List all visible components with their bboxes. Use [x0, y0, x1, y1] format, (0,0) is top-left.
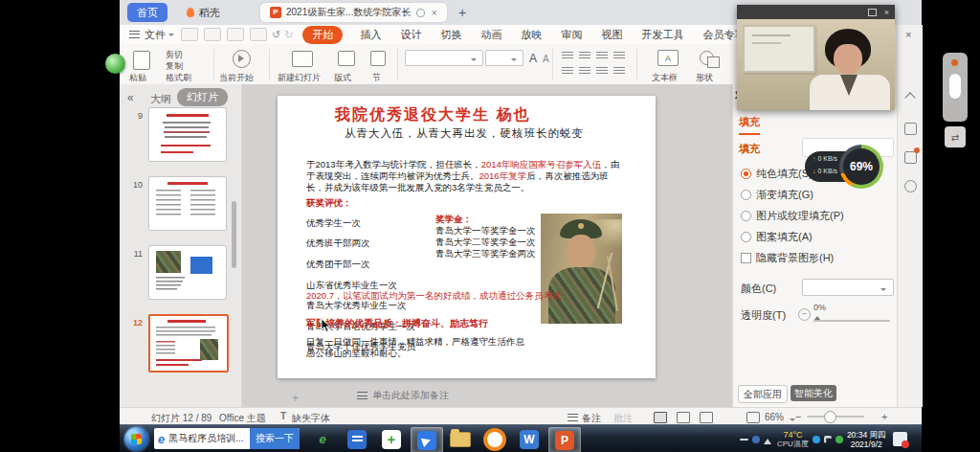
side-toolbar-handle[interactable] — [949, 74, 961, 99]
taskbar-tencent-classroom[interactable] — [411, 427, 443, 452]
properties-panel-icon[interactable] — [904, 123, 917, 135]
tray-network-icon[interactable] — [813, 436, 820, 443]
output-icon[interactable] — [204, 28, 221, 41]
hide-background-checkbox[interactable] — [741, 253, 751, 263]
video-maximize-icon[interactable] — [868, 9, 877, 16]
slide-editing-area[interactable]: 我院优秀退役大学生 杨也 从青大入伍，从青大再出发，硬核班长的蜕变 于2013年… — [278, 96, 656, 378]
notes-bar[interactable]: + 单击此处添加备注 — [242, 383, 732, 407]
undo-icon[interactable]: ↺ — [272, 29, 280, 41]
taskbar-wps-presentation[interactable]: P — [548, 427, 581, 452]
format-painter-button[interactable]: 格式刷 — [166, 72, 191, 84]
font-size-combo[interactable] — [485, 50, 523, 66]
sidebar-scrollbar[interactable] — [232, 201, 236, 268]
bullet-list-icon[interactable] — [562, 67, 573, 76]
slide-thumbnail-9[interactable] — [148, 107, 227, 162]
print-icon[interactable] — [227, 28, 244, 41]
tray-minimized-icon[interactable] — [740, 439, 748, 441]
menu-slideshow-tab[interactable]: 放映 — [521, 28, 542, 42]
panel-close-icon[interactable]: × — [905, 29, 911, 40]
layout-label[interactable]: 版式 — [334, 72, 351, 84]
align-right-icon[interactable] — [596, 52, 608, 60]
outline-tab[interactable]: 大纲 — [150, 92, 171, 106]
search-go-button[interactable]: 搜索一下 — [250, 428, 300, 449]
align-left-icon[interactable] — [562, 52, 573, 60]
add-slide-button[interactable]: + — [292, 391, 300, 405]
taskbar-search-box[interactable]: e 黑马程序员培训... 搜索一下 — [154, 428, 300, 449]
new-slide-label[interactable]: 新建幻灯片 — [278, 72, 321, 84]
taskbar-media-player[interactable] — [342, 427, 372, 451]
menu-review-tab[interactable]: 审阅 — [561, 28, 582, 42]
paste-icon[interactable] — [133, 51, 150, 70]
solid-fill-label[interactable]: 纯色填充(S) — [756, 167, 813, 181]
color-dropdown[interactable] — [802, 279, 894, 296]
hide-background-label[interactable]: 隐藏背景图形(H) — [756, 251, 834, 265]
comments-toggle[interactable]: 批注 — [613, 412, 633, 425]
play-from-current-icon[interactable] — [233, 50, 251, 68]
floating-assistant-bubble[interactable] — [105, 54, 125, 74]
justify-icon[interactable] — [613, 52, 625, 60]
gradient-fill-radio[interactable] — [741, 190, 751, 200]
taskbar-search-text[interactable]: 黑马程序员培训... — [168, 432, 243, 445]
section-label[interactable]: 节 — [372, 72, 381, 84]
scholarship-list[interactable]: 青岛大学一等奖学金一次 青岛大学二等奖学金一次 青岛大学三等奖学金两次 — [435, 225, 536, 260]
collapse-sidebar-icon[interactable]: « — [127, 91, 134, 104]
layout-icon[interactable] — [338, 51, 355, 66]
menu-insert-tab[interactable]: 插入 — [360, 28, 381, 42]
zoom-out-button[interactable]: − — [795, 411, 801, 422]
pattern-fill-radio[interactable] — [741, 232, 751, 242]
floating-tool-button[interactable]: ⇄ — [945, 126, 966, 147]
notes-toggle[interactable]: 备注 — [582, 412, 601, 425]
taskbar-antivirus[interactable]: + — [376, 427, 407, 451]
redo-icon[interactable]: ↻ — [284, 29, 293, 41]
taskbar-wps-writer[interactable]: W — [514, 427, 545, 451]
slide-paragraph[interactable]: 于2013年考入数学与统计学院，担任班长，2014年响应国家号召参军入伍，由于表… — [306, 159, 626, 193]
paste-label[interactable]: 粘贴 — [129, 72, 146, 84]
normal-view-icon[interactable] — [654, 412, 667, 423]
menu-start-tab[interactable]: 开始 — [302, 26, 343, 44]
start-button[interactable] — [124, 427, 148, 451]
indent-icon[interactable] — [596, 67, 608, 76]
taskbar-file-explorer[interactable] — [445, 427, 476, 451]
menu-view-tab[interactable]: 视图 — [601, 28, 622, 42]
slide-subtitle[interactable]: 从青大入伍，从青大再出发，硬核班长的蜕变 — [345, 126, 584, 141]
fill-section-header[interactable]: 填充 — [739, 142, 760, 156]
fit-slide-icon[interactable] — [746, 412, 760, 423]
slide-thumbnail-10[interactable] — [148, 176, 227, 231]
hamburger-icon[interactable] — [129, 31, 140, 38]
video-call-window[interactable]: × — [737, 5, 895, 110]
slide-thumbnail-11[interactable] — [148, 245, 227, 300]
menu-animation-tab[interactable]: 动画 — [480, 28, 501, 42]
shapes-label[interactable]: 形状 — [696, 72, 713, 84]
gradient-fill-label[interactable]: 渐变填充(G) — [756, 188, 813, 202]
slide-sorter-view-icon[interactable] — [677, 412, 690, 423]
fill-tab[interactable]: 填充 — [739, 115, 760, 135]
picture-fill-label[interactable]: 图片或纹理填充(P) — [756, 209, 844, 223]
menu-transition-tab[interactable]: 切换 — [440, 28, 461, 42]
font-name-combo[interactable] — [405, 50, 483, 66]
textbox-label[interactable]: 文本框 — [652, 72, 678, 84]
transparency-minus-icon[interactable]: − — [798, 308, 811, 321]
video-title-bar[interactable]: × — [737, 5, 895, 19]
solid-fill-radio[interactable] — [741, 169, 751, 179]
theme-name[interactable]: Office 主题 — [219, 412, 266, 425]
taskbar-clock[interactable]: 20:34 周四 2021/9/2 — [847, 430, 886, 449]
section-icon[interactable] — [370, 51, 386, 66]
tray-show-hidden-icon[interactable] — [764, 435, 771, 444]
design-panel-icon[interactable] — [904, 151, 917, 164]
apply-all-button[interactable]: 全部应用 — [738, 385, 788, 403]
tab-document[interactable]: P 2021级新生家...数统学院家长会 × — [260, 3, 447, 22]
zoom-in-button[interactable]: + — [881, 411, 887, 422]
optimizer-ball[interactable]: 69% — [839, 145, 883, 189]
video-close-icon[interactable]: × — [884, 8, 889, 17]
preview-icon[interactable] — [250, 28, 267, 41]
picture-fill-radio[interactable] — [741, 211, 751, 221]
tray-blue-icon[interactable] — [752, 436, 760, 443]
grow-font-button[interactable]: A — [529, 52, 537, 65]
soldier-photo[interactable] — [541, 214, 622, 324]
notes-hint[interactable]: 单击此处添加备注 — [372, 389, 449, 402]
align-center-icon[interactable] — [579, 52, 590, 60]
textbox-icon[interactable]: A — [657, 50, 679, 66]
menu-file[interactable]: 文件 — [145, 28, 166, 42]
tab-docer[interactable]: 稻壳 — [177, 3, 230, 22]
transparency-slider-track[interactable] — [813, 320, 890, 322]
